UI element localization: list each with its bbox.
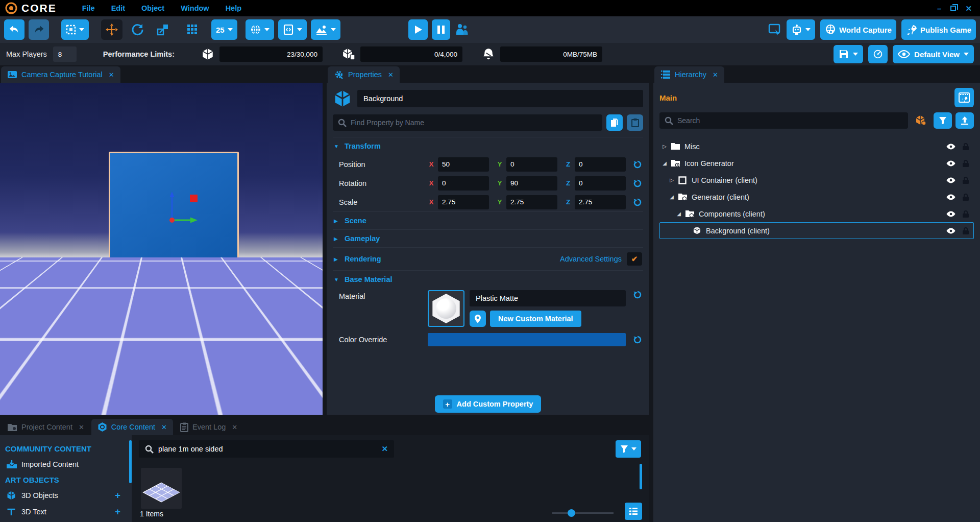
network-context-filter-button[interactable] xyxy=(912,112,930,129)
add-3d-text-button[interactable]: + xyxy=(115,506,120,517)
position-x-field[interactable] xyxy=(438,157,489,172)
grid-snap-button[interactable] xyxy=(182,19,203,40)
rotation-y-field[interactable] xyxy=(506,176,557,191)
viewport-tab[interactable]: Camera Capture Tutorial ✕ xyxy=(1,66,120,83)
close-icon[interactable]: ✕ xyxy=(232,423,237,431)
browse-material-button[interactable] xyxy=(470,311,486,327)
rotation-z-field[interactable] xyxy=(575,176,626,191)
expander-collapsed-icon[interactable]: ▷ xyxy=(668,177,675,183)
reset-rotation-icon[interactable] xyxy=(633,179,642,188)
visibility-eye-icon[interactable] xyxy=(946,160,956,167)
gameplay-section-header[interactable]: ▶ Gameplay xyxy=(333,229,643,247)
properties-tab[interactable]: Properties ✕ xyxy=(328,66,400,83)
position-y-field[interactable] xyxy=(506,157,557,172)
lock-icon[interactable] xyxy=(962,143,969,151)
hierarchy-search-input[interactable] xyxy=(677,116,903,125)
lock-icon[interactable] xyxy=(962,227,969,235)
property-search-input[interactable] xyxy=(351,118,597,127)
screen-share-icon[interactable] xyxy=(768,23,781,36)
close-window-button[interactable]: ✕ xyxy=(965,5,972,12)
lock-icon[interactable] xyxy=(962,193,969,201)
move-tool-button[interactable] xyxy=(101,19,122,40)
menu-object[interactable]: Object xyxy=(141,4,164,12)
scale-y-field[interactable] xyxy=(506,195,557,209)
material-preview-thumbnail[interactable] xyxy=(428,290,464,327)
visibility-eye-icon[interactable] xyxy=(946,194,956,201)
menu-help[interactable]: Help xyxy=(226,4,241,12)
tree-row-components[interactable]: ◢ Components (client) xyxy=(659,205,974,222)
visibility-eye-icon[interactable] xyxy=(946,143,956,150)
scene-section-header[interactable]: ▶ Scene xyxy=(333,211,643,229)
clear-search-icon[interactable]: ✕ xyxy=(381,444,388,454)
color-override-swatch[interactable] xyxy=(428,333,626,346)
close-icon[interactable]: ✕ xyxy=(161,423,167,431)
visibility-eye-icon[interactable] xyxy=(946,227,956,234)
transform-gizmo[interactable] xyxy=(166,190,207,227)
reset-position-icon[interactable] xyxy=(633,160,642,169)
restore-button[interactable] xyxy=(950,6,956,11)
transform-section-header[interactable]: ▼ Transform xyxy=(333,137,643,155)
selection-mode-dropdown[interactable] xyxy=(61,19,89,40)
list-view-button[interactable] xyxy=(625,503,642,520)
max-players-value[interactable]: 8 xyxy=(53,46,77,62)
minimize-button[interactable]: – xyxy=(937,5,941,12)
hierarchy-tab[interactable]: Hierarchy ✕ xyxy=(654,66,724,83)
menu-window[interactable]: Window xyxy=(181,4,209,12)
content-search[interactable]: ✕ xyxy=(139,440,394,458)
play-button[interactable] xyxy=(408,19,428,40)
thumbnail-size-slider[interactable] xyxy=(552,512,614,514)
scale-x-field[interactable] xyxy=(438,195,489,209)
reset-color-icon[interactable] xyxy=(633,335,642,344)
tree-row-ui-container[interactable]: ▷ UI Container (client) xyxy=(659,172,974,188)
menu-edit[interactable]: Edit xyxy=(111,4,125,12)
view-mode-dropdown[interactable]: Default View xyxy=(893,45,974,63)
lock-icon[interactable] xyxy=(962,159,969,168)
expander-collapsed-icon[interactable]: ▷ xyxy=(661,144,668,149)
menu-file[interactable]: File xyxy=(82,4,95,12)
core-content-tab[interactable]: Core Content ✕ xyxy=(91,419,173,435)
3d-viewport[interactable] xyxy=(0,83,323,415)
content-scrollbar[interactable] xyxy=(640,464,642,489)
sidebar-item-3d-text[interactable]: 3D Text + xyxy=(0,504,132,520)
performance-gauge-button[interactable] xyxy=(868,45,888,63)
close-icon[interactable]: ✕ xyxy=(79,423,84,431)
lock-icon[interactable] xyxy=(962,176,969,184)
tree-row-generator[interactable]: ◢ Generator (client) xyxy=(659,188,974,205)
close-icon[interactable]: ✕ xyxy=(713,71,718,79)
visibility-eye-icon[interactable] xyxy=(946,210,956,218)
save-dropdown[interactable] xyxy=(834,45,863,63)
publish-game-button[interactable]: Publish Game xyxy=(901,19,976,40)
rotation-x-field[interactable] xyxy=(438,176,489,191)
expander-expanded-icon[interactable]: ◢ xyxy=(668,194,675,200)
multiplayer-preview-icon[interactable] xyxy=(454,22,470,37)
visibility-eye-icon[interactable] xyxy=(946,177,956,184)
plane-asset-thumbnail[interactable] xyxy=(141,468,182,509)
property-search[interactable] xyxy=(333,114,602,131)
paste-properties-button[interactable] xyxy=(627,114,643,131)
expander-expanded-icon[interactable]: ◢ xyxy=(661,160,668,166)
tree-row-background-selected[interactable]: Background (client) xyxy=(659,222,974,239)
snap-size-dropdown[interactable]: 25 xyxy=(211,19,237,40)
rendering-section-header[interactable]: ▶ Rendering Advanced Settings ✔ xyxy=(333,247,643,270)
hierarchy-filter-button[interactable] xyxy=(934,112,952,129)
redo-button[interactable] xyxy=(29,19,49,40)
event-log-tab[interactable]: Event Log ✕ xyxy=(174,419,243,435)
tree-row-icon-generator[interactable]: ◢ Icon Generator xyxy=(659,155,974,172)
material-name-field[interactable]: Plastic Matte xyxy=(470,290,626,306)
scale-z-field[interactable] xyxy=(575,195,626,209)
copy-properties-button[interactable] xyxy=(606,114,623,131)
sidebar-item-3d-objects[interactable]: 3D Objects + xyxy=(0,487,132,504)
sidebar-item-imported-content[interactable]: Imported Content xyxy=(0,456,132,472)
new-custom-material-button[interactable]: New Custom Material xyxy=(490,311,581,327)
add-custom-property-button[interactable]: + Add Custom Property xyxy=(435,395,542,413)
publish-content-button[interactable] xyxy=(955,112,974,129)
close-icon[interactable]: ✕ xyxy=(388,71,394,79)
add-3d-object-button[interactable]: + xyxy=(115,490,120,501)
hierarchy-search[interactable] xyxy=(659,112,908,129)
project-content-tab[interactable]: Project Content ✕ xyxy=(1,419,90,435)
close-icon[interactable]: ✕ xyxy=(109,71,114,79)
content-filter-dropdown[interactable] xyxy=(616,440,641,458)
world-capture-button[interactable]: World Capture xyxy=(820,19,896,40)
bot-tools-dropdown[interactable] xyxy=(787,19,815,40)
reset-scale-icon[interactable] xyxy=(633,198,642,207)
